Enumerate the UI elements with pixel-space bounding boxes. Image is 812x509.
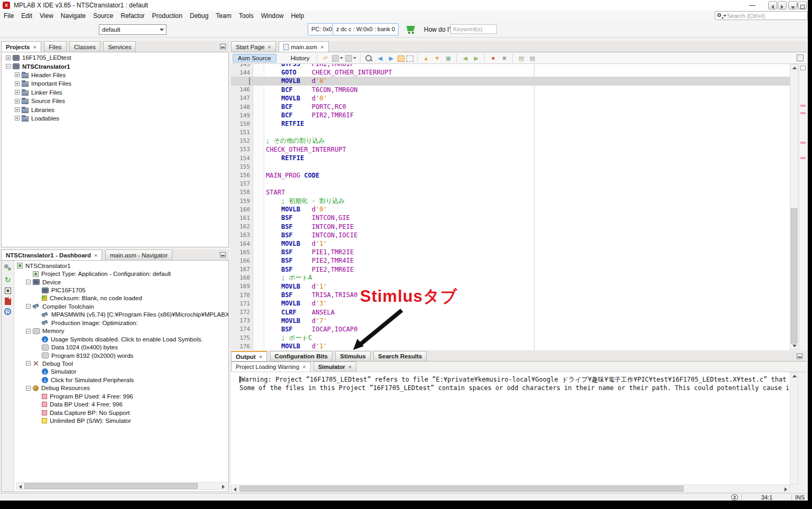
code-line[interactable]: 165 BSF PIE1,TMR2IE bbox=[231, 248, 790, 256]
find-previous-icon[interactable]: ◀ bbox=[375, 54, 384, 62]
line-marker-icon[interactable] bbox=[249, 77, 250, 85]
code-line[interactable]: 158START bbox=[231, 188, 790, 197]
line-number[interactable]: 148 bbox=[231, 104, 253, 110]
menu-refactor[interactable]: Refactor bbox=[117, 11, 148, 21]
close-icon[interactable]: × bbox=[267, 44, 271, 50]
uncomment-icon[interactable]: ▤ bbox=[528, 54, 537, 62]
tab-navigator[interactable]: main.asm - Navigator bbox=[105, 249, 172, 260]
scroll-tabs-right-icon[interactable] bbox=[778, 1, 787, 10]
code-line[interactable]: 171 MOVLB d'3' bbox=[231, 299, 790, 308]
tab-configuration-bits[interactable]: Configuration Bits bbox=[270, 351, 333, 361]
code-line[interactable]: 174 BSF IOCAP,IOCAP0 bbox=[231, 325, 790, 334]
collapse-icon[interactable]: − bbox=[26, 304, 31, 309]
line-number[interactable]: 149 bbox=[231, 112, 253, 119]
scroll-thumb[interactable] bbox=[239, 486, 684, 492]
tree-item-device[interactable]: −Device bbox=[15, 278, 229, 286]
tab-list-icon[interactable] bbox=[788, 1, 797, 10]
menu-view[interactable]: View bbox=[36, 11, 57, 21]
minimize-panel-icon[interactable] bbox=[797, 354, 802, 359]
expand-icon[interactable]: + bbox=[6, 55, 11, 60]
tree-item-program-bp-used-4-free-996[interactable]: Program BP Used: 4 Free: 996 bbox=[15, 392, 229, 400]
output-hscrollbar[interactable] bbox=[231, 485, 790, 493]
menu-navigate[interactable]: Navigate bbox=[57, 11, 89, 21]
search-input[interactable]: Search (Ctrl+I) bbox=[715, 11, 808, 20]
close-icon[interactable]: × bbox=[348, 364, 352, 369]
tree-item-linker-files[interactable]: +Linker Files bbox=[2, 88, 228, 97]
close-icon[interactable]: × bbox=[302, 364, 306, 369]
menu-help[interactable]: Help bbox=[287, 11, 308, 21]
line-number[interactable]: 173 bbox=[231, 317, 253, 324]
code-line[interactable]: 173 MOVLB d'7' bbox=[231, 317, 790, 325]
menu-window[interactable]: Window bbox=[257, 11, 288, 21]
close-icon[interactable]: × bbox=[94, 253, 97, 258]
tree-item-mpasmwin-v5-74-c-program-files[interactable]: MPASMWIN (v5.74) [C:¥Program Files (x86)… bbox=[15, 311, 229, 319]
find-next-icon[interactable]: ▶ bbox=[386, 54, 395, 62]
next-bookmark-icon[interactable]: ▼ bbox=[432, 54, 441, 62]
tab-search-results[interactable]: Search Results bbox=[373, 351, 427, 361]
scroll-thumb[interactable] bbox=[24, 483, 198, 489]
code-line[interactable]: 163 BSF INTCON,IOCIE bbox=[231, 231, 790, 239]
expand-icon[interactable]: + bbox=[15, 107, 20, 112]
stop-macro-icon[interactable]: ■ bbox=[500, 54, 509, 62]
menu-production[interactable]: Production bbox=[149, 11, 186, 21]
shift-left-icon[interactable]: ◀ bbox=[460, 54, 469, 62]
chevron-down-icon[interactable] bbox=[340, 54, 344, 62]
menu-tools[interactable]: Tools bbox=[235, 11, 257, 21]
dashboard-hscrollbar[interactable] bbox=[16, 482, 227, 490]
code-line[interactable]: 144 GOTO CHECK_OTHER_INTERRUPT bbox=[231, 68, 790, 77]
code-line[interactable]: 148 BCF PORTC,RC0 bbox=[231, 103, 790, 111]
code-editor[interactable]: 143 BTFSS PIR2,TMR6IF144 GOTO CHECK_OTHE… bbox=[231, 64, 790, 350]
scroll-up-icon[interactable] bbox=[792, 67, 797, 69]
code-line[interactable]: 146 BCF T6CON,TMR6ON bbox=[231, 86, 790, 94]
help-icon[interactable]: ? bbox=[4, 308, 11, 315]
notifications-icon[interactable]: 2 bbox=[731, 494, 738, 501]
tree-item-header-files[interactable]: +Header Files bbox=[2, 71, 228, 79]
expand-icon[interactable]: + bbox=[15, 81, 20, 86]
tab-simulator[interactable]: Simulator× bbox=[313, 362, 356, 372]
editor-vscrollbar[interactable] bbox=[790, 64, 798, 350]
tree-item-project-type-application-confi[interactable]: Project Type: Application - Configuratio… bbox=[15, 270, 229, 277]
tree-item-libraries[interactable]: +Libraries bbox=[2, 105, 228, 114]
tree-item-click-for-simulated-peripheral[interactable]: Click for Simulated Peripherals bbox=[15, 376, 229, 384]
pdf-export-icon[interactable] bbox=[5, 298, 11, 305]
tab-projects[interactable]: Projects× bbox=[1, 41, 41, 52]
line-number[interactable]: 171 bbox=[231, 300, 253, 307]
code-line[interactable]: 143 BTFSS PIR2,TMR6IF bbox=[231, 64, 790, 68]
tab-stimulus[interactable]: Stimulus bbox=[335, 351, 371, 361]
change-marker[interactable] bbox=[800, 112, 806, 114]
code-line[interactable]: 166 BSF PIE2,TMR4IE bbox=[231, 256, 790, 265]
line-number[interactable]: 159 bbox=[231, 198, 253, 205]
code-line[interactable]: 175 ; ポートC bbox=[231, 334, 790, 342]
refresh-icon[interactable]: ↻ bbox=[4, 275, 12, 284]
scroll-tabs-left-icon[interactable] bbox=[768, 1, 777, 10]
start-macro-icon[interactable]: ● bbox=[488, 54, 497, 62]
line-number[interactable]: 170 bbox=[231, 292, 253, 299]
configuration-select[interactable]: default bbox=[99, 24, 167, 35]
tree-item-pic16f1705[interactable]: PIC16F1705 bbox=[15, 286, 229, 294]
last-edit-icon[interactable]: ↶ bbox=[321, 54, 330, 62]
scroll-right-icon[interactable] bbox=[222, 485, 225, 489]
close-icon[interactable]: × bbox=[33, 44, 36, 50]
error-stripe[interactable] bbox=[799, 64, 807, 350]
code-line[interactable]: 159 ; 初期化 - 割り込み bbox=[231, 197, 790, 205]
line-number[interactable]: 168 bbox=[231, 274, 253, 281]
output-vscrollbar[interactable] bbox=[790, 372, 798, 485]
back-icon[interactable] bbox=[332, 55, 339, 62]
code-line[interactable]: 176 MOVLB d'1' bbox=[231, 342, 790, 350]
line-number[interactable]: 163 bbox=[231, 232, 253, 238]
line-number[interactable]: 162 bbox=[231, 223, 253, 230]
code-line[interactable]: 151 bbox=[231, 128, 790, 137]
code-line[interactable]: 153CHECK_OTHER_INTERRUPT bbox=[231, 145, 790, 154]
collapse-icon[interactable]: − bbox=[26, 386, 31, 391]
forward-icon[interactable] bbox=[345, 55, 352, 62]
line-number[interactable]: 174 bbox=[231, 326, 253, 332]
line-number[interactable]: 150 bbox=[231, 121, 253, 127]
keyword-input[interactable]: Keyword(s) bbox=[450, 24, 497, 34]
tab-services[interactable]: Services bbox=[103, 41, 136, 52]
menu-edit[interactable]: Edit bbox=[17, 11, 36, 21]
change-marker[interactable] bbox=[800, 142, 806, 144]
line-number[interactable]: 165 bbox=[231, 249, 253, 256]
tab-dashboard[interactable]: NTSCtranslator1 - Dashboard× bbox=[1, 249, 102, 260]
menu-source[interactable]: Source bbox=[89, 11, 117, 21]
line-number[interactable]: 153 bbox=[231, 146, 253, 153]
